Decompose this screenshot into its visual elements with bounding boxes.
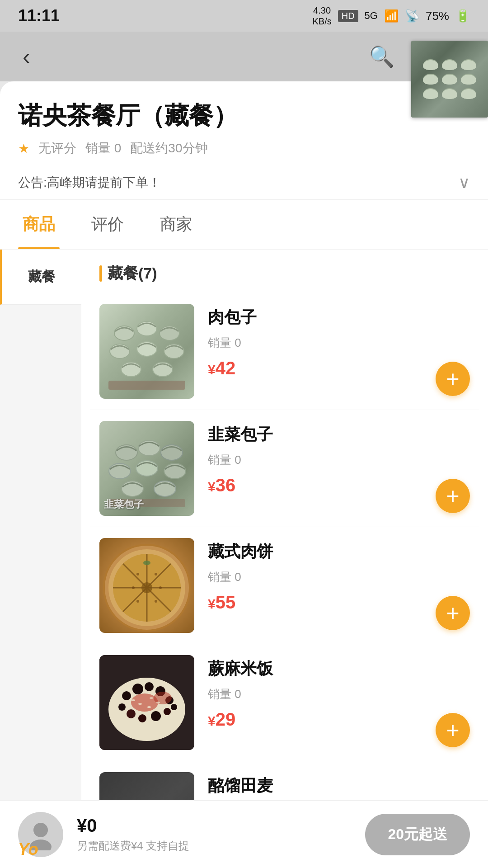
battery-percent: 75% — [426, 9, 449, 23]
svg-point-32 — [143, 561, 150, 565]
svg-point-49 — [131, 699, 135, 701]
announcement-bar[interactable]: 公告:高峰期请提前下单！ ∨ — [0, 166, 488, 200]
content-area: 藏餐 藏餐(7) — [0, 250, 488, 816]
sales-text: 销量 0 — [85, 140, 121, 157]
nav-left: ‹ — [18, 39, 35, 74]
cart-total: ¥0 — [77, 816, 352, 836]
product-image-4 — [99, 655, 194, 750]
svg-point-52 — [156, 702, 160, 703]
svg-point-38 — [145, 682, 154, 691]
top-nav: ‹ 🔍 ☆ ⋮ — [0, 32, 488, 81]
product-sales-4: 销量 0 — [208, 686, 470, 702]
product-info-4: 蕨麻米饭 销量 0 ¥29 — [208, 655, 470, 730]
section-bar — [99, 265, 102, 282]
announcement-text: 公告:高峰期请提前下单！ — [18, 174, 458, 191]
product-sales-3: 销量 0 — [208, 569, 470, 585]
add-to-cart-button-1[interactable]: + — [436, 362, 470, 396]
tab-reviews[interactable]: 评价 — [87, 200, 128, 249]
svg-rect-8 — [108, 381, 185, 390]
products-area: 藏餐(7) — [81, 250, 488, 816]
rating-text: 无评分 — [38, 140, 76, 157]
hd-badge: HD — [338, 10, 358, 22]
product-name-1: 肉包子 — [208, 307, 470, 329]
add-to-cart-button-2[interactable]: + — [436, 479, 470, 513]
svg-point-42 — [127, 709, 136, 718]
product-info-5: 酩馏田麦 — [208, 772, 470, 803]
product-item: 肉包子 销量 0 ¥42 + — [90, 293, 479, 410]
product-image-3 — [99, 538, 194, 633]
tab-merchant[interactable]: 商家 — [155, 200, 197, 249]
svg-point-27 — [155, 573, 157, 576]
product-image-1 — [99, 304, 194, 399]
signal-5g-1: 5G — [365, 10, 378, 22]
product-name-3: 藏式肉饼 — [208, 541, 470, 563]
status-right: 4.30KB/s HD 5G 📶 📡 75% 🔋 — [312, 5, 470, 27]
status-bar: 11:11 4.30KB/s HD 5G 📶 📡 75% 🔋 — [0, 0, 488, 32]
search-icon[interactable]: 🔍 — [369, 44, 394, 69]
product-name-5: 酩馏田麦 — [208, 775, 470, 797]
restaurant-name: 诺央茶餐厅（藏餐） — [18, 99, 389, 132]
add-to-cart-button-3[interactable]: + — [436, 596, 470, 630]
svg-point-45 — [164, 708, 171, 715]
delivery-time: 配送约30分钟 — [130, 140, 207, 157]
svg-point-28 — [132, 586, 135, 589]
wifi-icon: 📡 — [405, 9, 419, 23]
product-sales-1: 销量 0 — [208, 335, 470, 351]
rating-star: ★ — [18, 141, 29, 156]
restaurant-meta: ★ 无评分 销量 0 配送约30分钟 — [18, 140, 389, 157]
tabs-bar: 商品 评价 商家 — [0, 200, 488, 250]
section-title: 藏餐(7) — [108, 263, 157, 284]
svg-point-50 — [138, 703, 142, 705]
svg-point-43 — [138, 714, 146, 722]
product-name-4: 蕨麻米饭 — [208, 658, 470, 680]
battery-icon: 🔋 — [455, 9, 470, 23]
chevron-down-icon: ∨ — [458, 173, 470, 192]
svg-point-41 — [118, 703, 126, 711]
svg-point-30 — [136, 600, 139, 603]
svg-point-31 — [155, 600, 157, 603]
svg-point-54 — [33, 823, 48, 837]
svg-point-36 — [122, 691, 131, 700]
back-button[interactable]: ‹ — [18, 39, 35, 74]
svg-point-51 — [147, 706, 151, 708]
cart-price-info: ¥0 另需配送费¥4 支持自提 — [77, 816, 352, 853]
watermark: Yo — [18, 840, 38, 859]
product-price-1: ¥42 — [208, 358, 470, 378]
svg-point-26 — [136, 573, 139, 576]
product-image-2: 韭菜包子 — [99, 421, 194, 516]
product-item: 藏式肉饼 销量 0 ¥55 + — [90, 527, 479, 644]
svg-point-48 — [154, 692, 172, 704]
product-sales-2: 销量 0 — [208, 452, 470, 468]
product-name-2: 韭菜包子 — [208, 424, 470, 446]
product-overlay-text: 韭菜包子 — [104, 498, 144, 511]
product-item: 韭菜包子 韭菜包子 销量 0 ¥36 + — [90, 410, 479, 527]
product-price-4: ¥29 — [208, 709, 470, 730]
signal-bars: 📶 — [384, 9, 399, 23]
status-time: 11:11 — [18, 6, 60, 25]
network-speed: 4.30KB/s — [312, 5, 331, 27]
section-header: 藏餐(7) — [90, 250, 479, 293]
main-card: 诺央茶餐厅（藏餐） ★ 无评分 销量 0 配送约30分钟 公告:高峰期请提前下单… — [0, 81, 488, 868]
svg-point-44 — [151, 711, 161, 721]
svg-point-53 — [150, 697, 153, 699]
product-info-3: 藏式肉饼 销量 0 ¥55 — [208, 538, 470, 613]
category-sidebar: 藏餐 — [0, 250, 81, 816]
product-price-2: ¥36 — [208, 475, 470, 495]
tab-products[interactable]: 商品 — [18, 200, 60, 249]
product-item: 蕨麻米饭 销量 0 ¥29 + — [90, 644, 479, 761]
product-info-1: 肉包子 销量 0 ¥42 — [208, 304, 470, 378]
product-price-3: ¥55 — [208, 592, 470, 613]
cart-bar: ¥0 另需配送费¥4 支持自提 20元起送 — [0, 800, 488, 868]
svg-point-37 — [132, 684, 143, 694]
svg-point-46 — [171, 704, 177, 710]
svg-point-29 — [159, 586, 162, 589]
checkout-button[interactable]: 20元起送 — [365, 814, 470, 855]
cart-subtext: 另需配送费¥4 支持自提 — [77, 839, 352, 853]
add-to-cart-button-4[interactable]: + — [436, 713, 470, 747]
svg-point-25 — [141, 582, 152, 593]
category-item-tibetan[interactable]: 藏餐 — [0, 250, 81, 305]
product-info-2: 韭菜包子 销量 0 ¥36 — [208, 421, 470, 495]
restaurant-thumbnail — [411, 41, 488, 118]
